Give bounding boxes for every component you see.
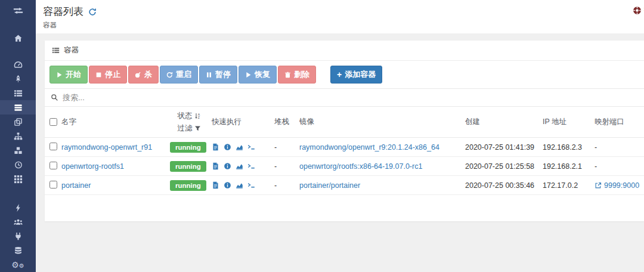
column-header-image[interactable]: 镜像	[299, 117, 465, 127]
column-header-ports[interactable]: 映射端口	[595, 117, 644, 127]
column-header-state: 状态 AZ 过滤	[170, 111, 212, 134]
quick-actions	[212, 143, 274, 151]
app-root: ⚙⚙ 容器列表 容器 技 容器	[0, 0, 644, 272]
row-checkbox[interactable]	[49, 143, 57, 150]
list-icon	[52, 47, 60, 54]
external-link-icon	[595, 182, 602, 189]
images-icon	[14, 118, 23, 126]
state-filter-control[interactable]: 过滤	[178, 123, 201, 134]
resume-button[interactable]: 恢复	[239, 66, 277, 84]
ip-value: 192.168.2.1	[543, 162, 595, 171]
add-container-button[interactable]: + 添加容器	[330, 66, 382, 84]
sidebar-item-networks[interactable]	[0, 129, 36, 143]
remove-button[interactable]: 删除	[278, 66, 316, 84]
pause-button[interactable]: 暂停	[199, 66, 237, 84]
sort-alpha-icon: AZ	[194, 113, 201, 119]
console-terminal-icon[interactable]	[247, 181, 255, 189]
restart-button[interactable]: 重启	[160, 66, 198, 84]
inspect-info-icon[interactable]	[224, 143, 231, 151]
users-icon	[14, 218, 23, 227]
pause-icon	[206, 72, 212, 78]
refresh-icon[interactable]	[88, 8, 97, 16]
sidebar-item-containers[interactable]	[0, 100, 36, 115]
created-value: 2020-07-25 00:35:46	[465, 181, 543, 190]
logs-file-icon[interactable]	[212, 162, 219, 170]
sidebar-item-host[interactable]	[0, 172, 36, 186]
help-link[interactable]: 技	[633, 5, 644, 16]
events-history-icon	[14, 160, 23, 169]
search-input[interactable]	[63, 93, 638, 102]
stats-chart-icon[interactable]	[236, 162, 243, 170]
toolbar: 开始 停止 杀 重启 暂	[45, 61, 644, 88]
app-templates-rocket-icon	[14, 75, 23, 84]
sidebar-docker-group	[0, 57, 36, 186]
sidebar-item-settings[interactable]: ⚙⚙	[0, 258, 36, 272]
stop-button[interactable]: 停止	[89, 66, 127, 84]
widget-header: 容器	[45, 41, 644, 61]
published-port-link[interactable]: 9999:9000	[595, 181, 644, 190]
sidebar: ⚙⚙	[0, 0, 36, 272]
sidebar-item-events[interactable]	[0, 157, 36, 172]
container-name-link[interactable]: openwrtorg-rootfs1	[61, 162, 124, 171]
stack-value: -	[274, 143, 299, 152]
stats-chart-icon[interactable]	[236, 143, 243, 151]
sidebar-item-registries[interactable]	[0, 243, 36, 258]
sidebar-item-dashboard[interactable]	[0, 57, 36, 72]
ip-value: 192.168.2.3	[543, 143, 595, 152]
status-badge: running	[170, 142, 206, 153]
start-button[interactable]: 开始	[49, 66, 88, 84]
play-icon	[56, 72, 63, 78]
status-badge: running	[170, 161, 206, 172]
console-terminal-icon[interactable]	[247, 143, 255, 151]
container-name-link[interactable]: raymondwong-openwrt_r91	[61, 143, 152, 152]
sidebar-toggle-exchange-icon[interactable]	[0, 5, 36, 16]
sidebar-item-images[interactable]	[0, 115, 36, 129]
column-header-quick-actions: 快速执行	[212, 117, 274, 127]
sidebar-item-stacks[interactable]	[0, 86, 36, 100]
endpoints-plug-icon	[14, 232, 23, 241]
stacks-icon	[14, 89, 23, 98]
table-row: portainer running - portainer/portainer …	[45, 176, 644, 195]
extensions-bolt-icon	[14, 203, 23, 212]
logs-file-icon[interactable]	[212, 181, 219, 189]
filter-funnel-icon	[194, 125, 201, 132]
stats-chart-icon[interactable]	[236, 181, 243, 189]
select-all-checkbox[interactable]	[49, 118, 57, 126]
image-link[interactable]: portainer/portainer	[299, 181, 360, 190]
sidebar-item-volumes[interactable]	[0, 143, 36, 157]
column-header-created[interactable]: 创建	[465, 117, 543, 127]
dashboard-icon	[14, 60, 23, 69]
created-value: 2020-07-25 01:25:58	[465, 162, 543, 171]
logs-file-icon[interactable]	[212, 143, 219, 151]
search-bar	[45, 88, 644, 107]
stack-value: -	[274, 162, 299, 171]
column-header-name[interactable]: 名字	[61, 117, 170, 127]
sidebar-item-users[interactable]	[0, 215, 36, 229]
stack-value: -	[274, 181, 299, 190]
inspect-info-icon[interactable]	[224, 181, 231, 189]
sidebar-item-home[interactable]	[0, 33, 36, 44]
column-header-stack[interactable]: 堆栈	[274, 117, 299, 127]
plus-icon: +	[337, 72, 342, 78]
home-icon	[14, 34, 23, 43]
image-link[interactable]: openwrtorg/rootfs:x86-64-19.07.0-rc1	[299, 162, 422, 171]
main-area: 容器列表 容器 技 容器 开始	[36, 0, 644, 272]
container-name-link[interactable]: portainer	[61, 181, 91, 190]
kill-button[interactable]: 杀	[128, 66, 159, 84]
registries-database-icon	[14, 246, 23, 255]
sidebar-item-extensions[interactable]	[0, 200, 36, 215]
ip-value: 172.17.0.2	[543, 181, 595, 190]
row-checkbox[interactable]	[49, 181, 57, 188]
state-sort-control[interactable]: 状态 AZ	[178, 111, 201, 121]
life-ring-icon	[633, 6, 642, 15]
inspect-info-icon[interactable]	[224, 162, 231, 170]
sidebar-item-app-templates[interactable]	[0, 72, 36, 86]
search-icon	[51, 94, 58, 101]
row-checkbox[interactable]	[49, 162, 57, 169]
console-terminal-icon[interactable]	[247, 162, 255, 170]
column-header-ip[interactable]: IP 地址	[543, 117, 595, 127]
image-link[interactable]: raymondwong/openwrt_r9:20.1.24-x86_64	[299, 143, 439, 152]
sidebar-item-endpoints[interactable]	[0, 229, 36, 243]
created-value: 2020-07-25 01:41:39	[465, 143, 543, 152]
ports-value: -	[595, 162, 644, 171]
